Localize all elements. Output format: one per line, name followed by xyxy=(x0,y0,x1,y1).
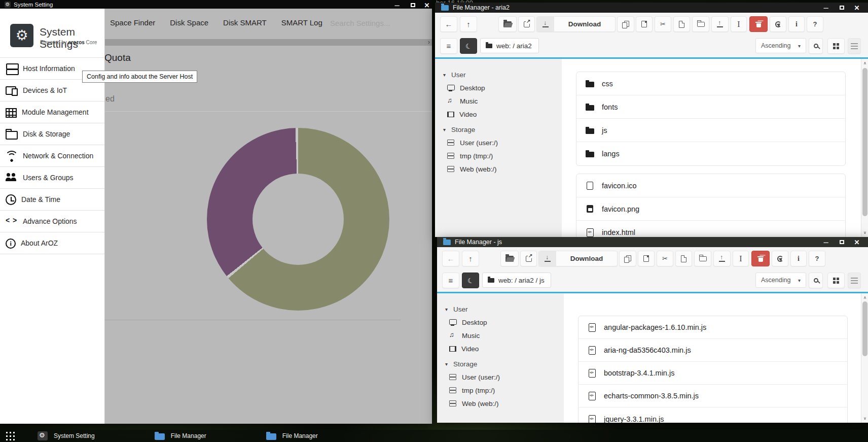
file-row[interactable]: echarts-common-3.8.5.min.js xyxy=(578,385,847,407)
tree-row[interactable]: ▾ Storage xyxy=(437,357,564,370)
scroll-down-icon[interactable]: ∨ xyxy=(861,229,868,236)
tree-row[interactable]: ▾ Web (web:/) xyxy=(435,162,562,176)
settings-menu-item[interactable]: Disk & Storage xyxy=(0,123,104,145)
new-file-button[interactable] xyxy=(675,251,692,266)
grid-view-button[interactable] xyxy=(827,273,845,288)
taskbar-item[interactable]: File Manager xyxy=(266,431,318,440)
upload-button[interactable] xyxy=(711,16,729,32)
upload-button[interactable] xyxy=(713,251,731,266)
tree-row[interactable]: ▾ tmp (tmp:/) xyxy=(435,149,562,162)
back-button[interactable]: ← xyxy=(440,16,457,32)
scroll-thumb[interactable] xyxy=(862,68,867,216)
settings-menu-item[interactable]: Users & Groups xyxy=(0,167,104,189)
menu-button[interactable]: ≡ xyxy=(440,38,457,54)
tree-row[interactable]: ▾ User xyxy=(437,302,564,316)
open-external-button[interactable] xyxy=(520,251,537,266)
rename-button[interactable]: I xyxy=(731,16,747,32)
tree-row[interactable]: ▾ tmp (tmp:/) xyxy=(437,384,564,397)
file-row[interactable]: aria-ng-da5356c403.min.js xyxy=(578,339,847,362)
search-button[interactable] xyxy=(809,273,823,288)
scroll-up-icon[interactable]: ∧ xyxy=(861,60,868,66)
new-folder-button[interactable] xyxy=(694,251,711,266)
tree-row[interactable]: ▾ Storage xyxy=(435,123,562,136)
download-button[interactable]: Download xyxy=(536,16,616,32)
tree-row[interactable]: ▾ Web (web:/) xyxy=(437,397,564,410)
file-row[interactable]: jquery-3.3.1.min.js xyxy=(578,407,847,423)
tree-row[interactable]: ▾ Music xyxy=(437,329,564,342)
open-external-button[interactable] xyxy=(518,16,535,32)
scrollbar[interactable]: ∧ ∨ xyxy=(861,293,868,423)
paste-button[interactable] xyxy=(636,16,653,32)
minimize-button[interactable]: ─ xyxy=(822,237,829,247)
fm2-titlebar[interactable]: File Manager - js ─ ✕ xyxy=(437,237,868,247)
sort-select[interactable]: Ascending ▾ xyxy=(755,273,806,288)
close-button[interactable]: ✕ xyxy=(853,237,861,247)
tree-row[interactable]: ▾ User xyxy=(435,68,562,81)
paste-button[interactable] xyxy=(638,251,655,266)
settings-menu-item[interactable]: Module Management xyxy=(0,101,104,123)
menu-button[interactable]: ≡ xyxy=(442,273,459,288)
copy-button[interactable] xyxy=(617,16,634,32)
app-launcher-button[interactable] xyxy=(5,431,15,441)
theme-toggle-button[interactable]: ☾ xyxy=(460,38,477,54)
settings-tab[interactable]: SMART Log xyxy=(281,18,322,27)
help-button[interactable]: ? xyxy=(809,251,825,266)
search-button[interactable] xyxy=(809,38,823,54)
refresh-button[interactable] xyxy=(772,251,788,266)
download-button[interactable]: Download xyxy=(538,251,618,266)
tab-scrollbar[interactable]: › xyxy=(105,39,432,46)
rename-button[interactable]: I xyxy=(733,251,749,266)
up-button[interactable]: ↑ xyxy=(462,251,479,266)
info-button[interactable]: i xyxy=(788,16,805,32)
file-row[interactable]: favicon.png xyxy=(576,197,845,221)
scrollbar[interactable]: ∧ ∨ xyxy=(861,59,868,237)
file-row[interactable]: favicon.ico xyxy=(576,174,845,197)
settings-tab[interactable]: Disk SMART xyxy=(223,18,267,27)
taskbar-item[interactable]: System Setting xyxy=(38,431,95,440)
maximize-button[interactable] xyxy=(839,3,845,13)
tree-row[interactable]: ▾ User (user:/) xyxy=(435,136,562,149)
new-file-button[interactable] xyxy=(673,16,690,32)
new-folder-button[interactable] xyxy=(692,16,709,32)
cut-button[interactable]: ✂ xyxy=(655,16,671,32)
file-row[interactable]: fonts xyxy=(576,95,845,119)
breadcrumb[interactable]: web: / aria2 / js xyxy=(482,273,551,288)
copy-button[interactable] xyxy=(619,251,636,266)
up-button[interactable]: ↑ xyxy=(460,16,477,32)
settings-menu-item[interactable]: Date & Time xyxy=(0,189,104,211)
tree-row[interactable]: ▾ Video xyxy=(437,342,564,355)
list-view-button[interactable] xyxy=(848,273,861,288)
settings-menu-item[interactable]: Network & Connection xyxy=(0,145,104,167)
taskbar-item[interactable]: File Manager xyxy=(155,431,206,440)
system-settings-titlebar[interactable]: ⚙ System Setting ─ ✕ xyxy=(0,0,432,9)
delete-button[interactable] xyxy=(751,251,770,266)
tree-row[interactable]: ▾ Desktop xyxy=(435,81,562,94)
tree-row[interactable]: ▾ Music xyxy=(435,94,562,108)
settings-menu-item[interactable]: About ArOZ xyxy=(0,232,104,254)
open-button[interactable] xyxy=(498,16,517,32)
tree-row[interactable]: ▾ Desktop xyxy=(437,316,564,329)
maximize-button[interactable] xyxy=(839,237,845,247)
grid-view-button[interactable] xyxy=(827,38,845,54)
fm1-titlebar[interactable]: File Manager - aria2 ─ ✕ xyxy=(435,3,868,13)
tree-row[interactable]: ▾ User (user:/) xyxy=(437,370,564,384)
breadcrumb[interactable]: web: / aria2 xyxy=(480,38,539,53)
refresh-button[interactable] xyxy=(770,16,786,32)
sort-select[interactable]: Ascending ▾ xyxy=(755,38,806,53)
help-button[interactable]: ? xyxy=(807,16,823,32)
cut-button[interactable]: ✂ xyxy=(657,251,673,266)
file-row[interactable]: angular-packages-1.6.10.min.js xyxy=(578,316,847,339)
file-row[interactable]: js xyxy=(576,119,845,142)
file-row[interactable]: css xyxy=(576,72,845,95)
scroll-down-icon[interactable]: ∨ xyxy=(861,415,868,422)
file-row[interactable]: index.html xyxy=(576,221,845,237)
chevron-right-icon[interactable]: › xyxy=(428,38,430,46)
open-button[interactable] xyxy=(500,251,519,266)
minimize-button[interactable]: ─ xyxy=(822,3,829,13)
settings-menu-item[interactable]: Advance Options xyxy=(0,211,104,232)
search-settings-input[interactable]: Search Settings... xyxy=(330,19,390,27)
delete-button[interactable] xyxy=(749,16,768,32)
theme-toggle-button[interactable]: ☾ xyxy=(462,273,479,288)
close-button[interactable]: ✕ xyxy=(853,3,861,13)
settings-tab[interactable]: Disk Space xyxy=(170,18,208,27)
